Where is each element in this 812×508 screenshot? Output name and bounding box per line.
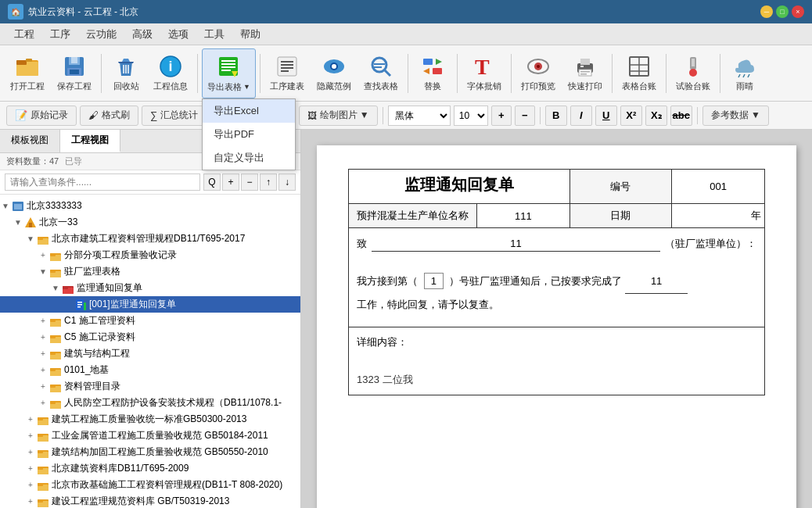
tree-item-civil-defense[interactable]: +人民防空工程防护设备安装技术规程（DB11/1078.1- <box>0 395 300 411</box>
tree-item-metal-pipe[interactable]: +工业金属管道工程施工质量验收规范 GB50184-2011 <box>0 428 300 444</box>
dropdown-item-custom-export[interactable]: 自定义导出 <box>203 146 295 170</box>
tree-toggle-civil-defense[interactable]: + <box>38 399 49 407</box>
menu-item-工程[interactable]: 工程 <box>6 24 42 45</box>
tree-toggle-bj-municipal[interactable]: + <box>25 481 36 489</box>
tree-toggle-reinforce[interactable]: + <box>25 448 36 456</box>
menu-item-帮助[interactable]: 帮助 <box>232 24 268 45</box>
tree-item-building-structure[interactable]: +建筑与结构工程 <box>0 345 300 362</box>
tree-item-bjgc[interactable]: ▼北京市建筑工程资料管理规程DB11/T695-2017 <box>0 231 300 247</box>
search-btn-1[interactable]: + <box>222 174 239 191</box>
quick-print-button[interactable]: 快速打印 <box>562 48 608 98</box>
search-input[interactable] <box>5 174 200 191</box>
search-btn-2[interactable]: − <box>241 174 258 191</box>
dropdown-item-export-pdf[interactable]: 导出PDF <box>203 123 295 146</box>
menu-item-选项[interactable]: 选项 <box>160 24 196 45</box>
open-project-button[interactable]: 打开工程 <box>5 48 50 98</box>
tree-item-factory[interactable]: ▼驻厂监理表格 <box>0 263 300 280</box>
tree-item-bj-db[interactable]: +北京建筑资料库DB11/T695-2009 <box>0 460 300 477</box>
table-merge-button[interactable]: 表格台账 <box>616 48 662 98</box>
search-btn-4[interactable]: ↓ <box>278 174 296 191</box>
tree-toggle-factory[interactable]: ▼ <box>38 267 49 276</box>
tree-toggle-building-structure[interactable]: + <box>38 349 49 358</box>
menu-item-云功能[interactable]: 云功能 <box>78 24 124 45</box>
menu-item-高级[interactable]: 高级 <box>124 24 160 45</box>
search-btn-3[interactable]: ↑ <box>260 174 277 191</box>
tree-toggle-supervision[interactable]: + <box>25 497 36 506</box>
window-controls: ─ □ × <box>760 5 804 18</box>
tree-item-supervision[interactable]: +建设工程监理规范资料库 GB/T50319-2013 <box>0 493 300 508</box>
tree-icon-beijing33 <box>23 216 38 229</box>
svg-line-50 <box>738 74 740 77</box>
export-status: 已导 <box>65 156 82 167</box>
font-name-select[interactable]: 黑体宋体楷体微软雅黑 <box>388 106 451 126</box>
tree-toggle-notice[interactable]: ▼ <box>50 284 61 292</box>
sidebar-tab-工程视图[interactable]: 工程视图 <box>60 130 120 152</box>
subscript-button[interactable]: X₂ <box>645 106 667 126</box>
app-icon: 🏠 <box>8 4 23 20</box>
process-list-button[interactable]: 工序建表 <box>264 48 310 98</box>
tree-item-data-dir[interactable]: +资料管理目录 <box>0 378 300 395</box>
replace-button[interactable]: 替换 <box>412 48 453 98</box>
tree-item-notice001[interactable]: [001]监理通知回复单 <box>0 296 300 313</box>
hide-template-button[interactable]: 隐藏范例 <box>311 48 357 98</box>
tree-toggle-c1[interactable]: + <box>38 317 49 325</box>
original-record-button[interactable]: 📝原始记录 <box>6 106 77 126</box>
tree-item-c1[interactable]: +C1 施工管理资料 <box>0 313 300 329</box>
minimize-button[interactable]: ─ <box>760 5 773 18</box>
dropdown-item-export-excel[interactable]: 导出Excel <box>203 99 295 123</box>
recycle-button[interactable]: 回收站 <box>106 48 146 98</box>
print-preview-button[interactable]: 打印预览 <box>516 48 561 98</box>
tree-toggle-beijing33[interactable]: ▼ <box>13 218 23 227</box>
test-account-button[interactable]: 试验台账 <box>670 48 716 98</box>
svg-point-26 <box>332 64 336 69</box>
tree-item-reinforce[interactable]: +建筑结构加固工程施工质量验收规范 GB50550-2010 <box>0 444 300 460</box>
tree-toggle-bj-db[interactable]: + <box>25 464 36 473</box>
tree-toggle-partial[interactable]: + <box>38 251 49 259</box>
tree-item-root[interactable]: ▼北京3333333 <box>0 198 300 214</box>
tree-item-c5[interactable]: +C5 施工记录资料 <box>0 329 300 345</box>
project-info-button[interactable]: i工程信息 <box>148 48 193 98</box>
tree-item-foundation[interactable]: +0101_地基 <box>0 362 300 378</box>
superscript-button[interactable]: X² <box>620 106 642 126</box>
font-size-select[interactable]: 891011121416182024 <box>454 106 488 126</box>
export-format-icon <box>216 54 241 79</box>
tree-item-beijing33[interactable]: ▼北京一33 <box>0 214 300 231</box>
tree-toggle-foundation[interactable]: + <box>38 366 49 374</box>
search-btn-0[interactable]: Q <box>203 174 221 191</box>
italic-button[interactable]: I <box>570 106 592 126</box>
svg-rect-42 <box>580 73 587 75</box>
tree-toggle-quality-std[interactable]: + <box>25 415 36 424</box>
close-button[interactable]: × <box>792 5 804 18</box>
tree-toggle-root[interactable]: ▼ <box>0 202 11 210</box>
font-batch-button[interactable]: T字体批销 <box>462 48 507 98</box>
rain-button[interactable]: 雨晴 <box>724 48 765 98</box>
tree-item-quality-std[interactable]: +建筑工程施工质量验收统一标准GB50300-2013 <box>0 411 300 428</box>
quick-print-icon <box>573 54 598 79</box>
bold-button[interactable]: B <box>545 106 567 126</box>
to-line: 致 11 （驻厂监理单位）： <box>348 228 765 259</box>
strikethrough-button[interactable]: abc <box>670 106 692 126</box>
tree-item-partial[interactable]: +分部分项工程质量验收记录 <box>0 247 300 263</box>
find-table-button[interactable]: 查找表格 <box>358 48 404 98</box>
save-project-button[interactable]: 保存工程 <box>52 48 97 98</box>
tree-item-bj-municipal[interactable]: +北京市政基础施工工程资料管理规程(DB11-T 808-2020) <box>0 477 300 493</box>
font-size-increase-button[interactable]: + <box>491 106 512 126</box>
tree-icon-c1 <box>49 315 63 327</box>
sidebar-tab-模板视图[interactable]: 模板视图 <box>0 130 60 152</box>
ref-data-button[interactable]: 参考数据 ▼ <box>702 106 769 126</box>
tree-toggle-c5[interactable]: + <box>38 333 49 342</box>
tree-toggle-bjgc[interactable]: ▼ <box>25 234 36 243</box>
export-format-button[interactable]: 导出表格▼ <box>202 48 256 98</box>
font-size-decrease-button[interactable]: − <box>515 106 535 126</box>
tree-icon-factory <box>49 266 63 278</box>
menu-item-工具[interactable]: 工具 <box>196 24 232 45</box>
menu-item-工序[interactable]: 工序 <box>42 24 78 45</box>
underline-button[interactable]: U <box>595 106 617 126</box>
tree-icon-partial <box>49 249 63 262</box>
maximize-button[interactable]: □ <box>776 5 789 18</box>
tree-item-notice[interactable]: ▼监理通知回复单 <box>0 280 300 296</box>
tree-toggle-data-dir[interactable]: + <box>38 382 49 391</box>
format-brush-button[interactable]: 🖌格式刷 <box>80 106 138 126</box>
draw-picture-button[interactable]: 🖼绘制图片 ▼ <box>299 106 378 126</box>
tree-toggle-metal-pipe[interactable]: + <box>25 431 36 440</box>
